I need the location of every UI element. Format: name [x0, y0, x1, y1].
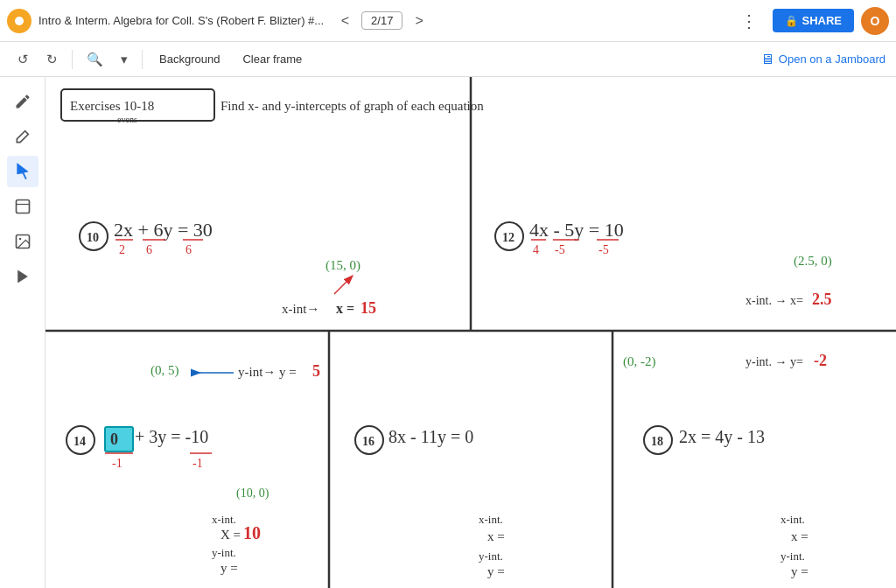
open-jamboard-label: Open on a Jamboard — [779, 52, 886, 66]
svg-text:(2.5, 0): (2.5, 0) — [794, 254, 832, 269]
canvas-svg: Exercises 10-18 evens Find x- and y-inte… — [46, 77, 896, 588]
svg-text:2.5: 2.5 — [812, 290, 832, 308]
pen-tool-button[interactable] — [7, 86, 38, 117]
svg-text:4x - 5y = 10: 4x - 5y = 10 — [529, 219, 624, 241]
zoom-more-button[interactable]: ▾ — [114, 48, 135, 71]
clear-frame-button[interactable]: Clear frame — [233, 48, 312, 70]
svg-text:2x = 4y - 13: 2x = 4y - 13 — [679, 427, 765, 447]
topbar: Intro & Interm. Algebra for Coll. S's (R… — [0, 0, 896, 42]
select-tool-button[interactable] — [7, 156, 38, 187]
svg-text:y-int. → y=: y-int. → y= — [746, 355, 803, 368]
zoom-button[interactable]: 🔍 — [80, 48, 110, 71]
background-button[interactable]: Background — [150, 48, 229, 70]
svg-text:y-int.: y-int. — [479, 550, 503, 563]
whiteboard-main: Exercises 10-18 evens Find x- and y-inte… — [46, 77, 896, 588]
svg-text:Find  x- and y-intercepts of g: Find x- and y-intercepts of graph of eac… — [220, 99, 484, 113]
svg-text:(0, 5): (0, 5) — [150, 363, 179, 378]
page-indicator: 2/17 — [361, 11, 402, 30]
svg-text:x-int→: x-int→ — [282, 302, 319, 316]
svg-text:-1: -1 — [192, 457, 203, 470]
svg-text:+ 3y = -10: + 3y = -10 — [135, 427, 208, 447]
svg-line-22 — [334, 276, 352, 294]
svg-text:y =: y = — [791, 564, 808, 578]
next-page-button[interactable]: > — [410, 10, 428, 32]
svg-rect-47 — [105, 427, 133, 452]
svg-text:0: 0 — [110, 430, 118, 448]
share-button[interactable]: 🔒 SHARE — [773, 9, 855, 32]
share-label: SHARE — [802, 14, 843, 27]
svg-rect-0 — [16, 200, 29, 214]
logo-icon — [7, 9, 32, 33]
svg-text:5: 5 — [312, 362, 320, 380]
prev-page-button[interactable]: < — [336, 10, 354, 32]
svg-point-3 — [18, 238, 20, 241]
svg-text:8x - 11y = 0: 8x - 11y = 0 — [388, 427, 473, 447]
svg-text:x =: x = — [791, 529, 808, 543]
eraser-tool-button[interactable] — [7, 121, 38, 152]
doc-title: Intro & Interm. Algebra for Coll. S's (R… — [38, 14, 329, 27]
left-sidebar — [0, 77, 46, 588]
svg-text:-5: -5 — [598, 243, 609, 256]
svg-text:X =: X = — [220, 528, 241, 542]
svg-text:2: 2 — [119, 243, 125, 256]
svg-text:(0, -2): (0, -2) — [623, 354, 656, 369]
svg-text:y-int.: y-int. — [212, 546, 236, 559]
svg-text:x =: x = — [487, 529, 505, 543]
svg-text:x-int.: x-int. — [780, 513, 805, 526]
svg-text:14: 14 — [74, 435, 86, 448]
secondary-toolbar: ↺ ↻ 🔍 ▾ Background Clear frame 🖥 Open on… — [0, 42, 896, 77]
svg-text:-2: -2 — [814, 352, 827, 369]
redo-button[interactable]: ↻ — [39, 48, 65, 71]
svg-text:evens: evens — [117, 115, 137, 124]
whiteboard-canvas[interactable]: Exercises 10-18 evens Find x- and y-inte… — [46, 77, 896, 588]
svg-text:-5: -5 — [555, 243, 565, 256]
svg-text:-1: -1 — [112, 457, 122, 470]
svg-text:y-int→ y =: y-int→ y = — [238, 365, 297, 379]
svg-text:x-int.: x-int. — [479, 513, 503, 526]
toolbar-separator — [72, 50, 73, 69]
image-tool-button[interactable] — [7, 226, 38, 257]
svg-text:12: 12 — [502, 231, 514, 244]
svg-text:Exercises 10-18: Exercises 10-18 — [70, 99, 154, 113]
monitor-icon: 🖥 — [760, 52, 774, 67]
undo-button[interactable]: ↺ — [10, 48, 36, 71]
svg-text:16: 16 — [362, 435, 374, 448]
more-options-button[interactable]: ⋮ — [733, 7, 766, 35]
lock-icon: 🔒 — [785, 15, 798, 27]
svg-text:y =: y = — [220, 561, 238, 575]
svg-text:10: 10 — [243, 523, 261, 542]
svg-text:2x + 6y = 30: 2x + 6y = 30 — [114, 219, 213, 241]
laser-tool-button[interactable] — [7, 261, 38, 292]
svg-text:x =: x = — [336, 301, 354, 316]
svg-text:y =: y = — [487, 564, 505, 578]
svg-text:(10, 0): (10, 0) — [236, 486, 270, 500]
svg-text:(15, 0): (15, 0) — [326, 258, 360, 273]
svg-text:4: 4 — [533, 243, 539, 256]
svg-text:6: 6 — [186, 243, 192, 256]
sticky-note-tool-button[interactable] — [7, 191, 38, 222]
svg-text:y-int.: y-int. — [780, 550, 805, 563]
avatar: O — [861, 7, 889, 35]
svg-text:x-int.: x-int. — [212, 513, 236, 526]
svg-text:10: 10 — [87, 231, 99, 244]
svg-text:18: 18 — [651, 435, 663, 448]
toolbar-separator-2 — [142, 50, 143, 69]
open-jamboard-button[interactable]: 🖥 Open on a Jamboard — [760, 52, 886, 67]
svg-text:15: 15 — [360, 299, 376, 317]
svg-text:x-int. → x=: x-int. → x= — [746, 294, 803, 307]
svg-text:6: 6 — [146, 243, 152, 256]
